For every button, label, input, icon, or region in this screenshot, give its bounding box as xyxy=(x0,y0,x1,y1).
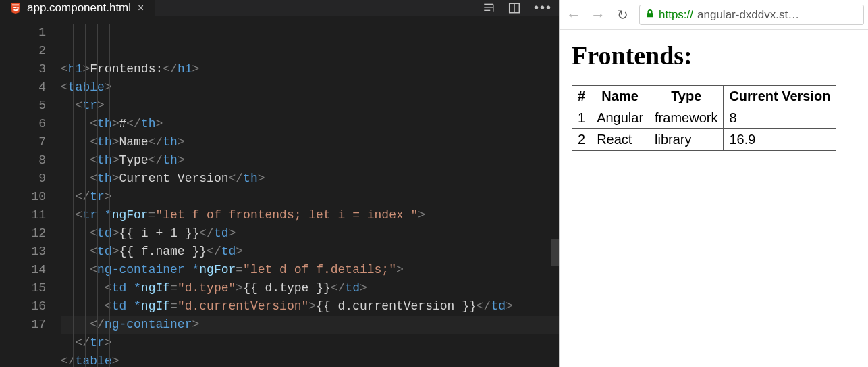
close-icon[interactable]: × xyxy=(136,2,145,14)
line-number: 7 xyxy=(0,133,46,151)
code-area[interactable]: 1234567891011121314151617 <h1>Frontends:… xyxy=(0,16,559,367)
lock-icon xyxy=(645,9,655,20)
line-number: 17 xyxy=(0,316,46,334)
table-header-cell: Current Version xyxy=(724,86,836,107)
line-number-gutter: 1234567891011121314151617 xyxy=(0,16,61,367)
indent-guide xyxy=(109,24,110,367)
table-header-cell: Name xyxy=(591,86,649,107)
table-row: 1Angularframework8 xyxy=(572,107,836,129)
toggle-word-wrap-icon[interactable] xyxy=(483,2,495,14)
code-line[interactable]: </tr> xyxy=(61,334,559,352)
html5-icon xyxy=(9,2,22,14)
editor-actions: ••• xyxy=(483,0,552,16)
code-line[interactable]: <th>Name</th> xyxy=(61,133,559,151)
code-line[interactable]: <tr> xyxy=(61,97,559,115)
code-line[interactable]: <tr *ngFor="let f of frontends; let i = … xyxy=(61,206,559,224)
preview-pane: ← → ↻ https://angular-dxddvx.st… Fronten… xyxy=(559,0,868,367)
url-host: angular-dxddvx.st… xyxy=(697,8,799,22)
line-number: 12 xyxy=(0,224,46,243)
split-editor-icon[interactable] xyxy=(508,2,520,14)
reload-button[interactable]: ↻ xyxy=(615,7,630,23)
table-cell: 2 xyxy=(572,129,591,151)
table-cell: library xyxy=(649,129,724,151)
line-number: 14 xyxy=(0,261,46,279)
code-line[interactable]: <ng-container *ngFor="let d of f.details… xyxy=(61,261,559,279)
code-line[interactable]: <th>Current Version</th> xyxy=(61,170,559,188)
line-number: 8 xyxy=(0,151,46,170)
browser-toolbar: ← → ↻ https://angular-dxddvx.st… xyxy=(560,0,868,30)
line-number: 15 xyxy=(0,279,46,297)
line-number: 9 xyxy=(0,170,46,188)
tab-bar: app.component.html × ••• xyxy=(0,0,559,16)
line-number: 3 xyxy=(0,60,46,78)
line-number: 6 xyxy=(0,115,46,133)
line-number: 1 xyxy=(0,24,46,42)
tab-app-component-html[interactable]: app.component.html × xyxy=(0,0,155,16)
code-line[interactable]: <th>#</th> xyxy=(61,115,559,133)
code-line[interactable]: </table> xyxy=(61,352,559,367)
indent-guide xyxy=(73,24,74,367)
frontends-table: #NameTypeCurrent Version1Angularframewor… xyxy=(572,85,836,151)
table-cell: 16.9 xyxy=(724,129,836,151)
indent-guide xyxy=(97,24,98,367)
code-content[interactable]: <h1>Frontends:</h1><table> <tr> <th>#</t… xyxy=(61,16,559,367)
forward-button[interactable]: → xyxy=(591,6,605,24)
code-line[interactable]: <td *ngIf="d.currentVersion">{{ d.curren… xyxy=(61,297,559,316)
url-input[interactable]: https://angular-dxddvx.st… xyxy=(639,5,864,25)
back-button[interactable]: ← xyxy=(566,6,581,24)
table-header-row: #NameTypeCurrent Version xyxy=(572,86,836,107)
table-cell: 8 xyxy=(724,107,836,129)
code-line[interactable]: <td>{{ i + 1 }}</td> xyxy=(61,224,559,243)
line-number: 2 xyxy=(0,42,46,60)
line-number: 4 xyxy=(0,78,46,97)
code-line[interactable]: <th>Type</th> xyxy=(61,151,559,170)
line-number: 13 xyxy=(0,243,46,261)
line-number: 16 xyxy=(0,297,46,316)
url-protocol: https:// xyxy=(659,8,693,22)
code-line[interactable]: <h1>Frontends:</h1> xyxy=(61,60,559,78)
indent-guide xyxy=(85,24,86,367)
code-line[interactable]: <td *ngIf="d.type">{{ d.type }}</td> xyxy=(61,279,559,297)
code-line[interactable]: <table> xyxy=(61,78,559,97)
editor-pane: app.component.html × ••• 123456789101112… xyxy=(0,0,559,367)
table-header-cell: Type xyxy=(649,86,724,107)
code-line[interactable]: <td>{{ f.name }}</td> xyxy=(61,243,559,261)
code-line[interactable]: </tr> xyxy=(61,188,559,206)
table-cell: 1 xyxy=(572,107,591,129)
page-heading: Frontends: xyxy=(572,41,856,70)
table-cell: React xyxy=(591,129,649,151)
table-header-cell: # xyxy=(572,86,591,107)
table-cell: framework xyxy=(649,107,724,129)
line-number: 11 xyxy=(0,206,46,224)
line-number: 5 xyxy=(0,97,46,115)
scrollbar-thumb[interactable] xyxy=(551,239,559,266)
table-cell: Angular xyxy=(591,107,649,129)
line-number: 10 xyxy=(0,188,46,206)
active-line-highlight xyxy=(61,316,559,334)
tab-label: app.component.html xyxy=(27,1,131,15)
table-row: 2Reactlibrary16.9 xyxy=(572,129,836,151)
preview-page: Frontends: #NameTypeCurrent Version1Angu… xyxy=(560,30,868,367)
more-actions-icon[interactable]: ••• xyxy=(534,0,552,16)
